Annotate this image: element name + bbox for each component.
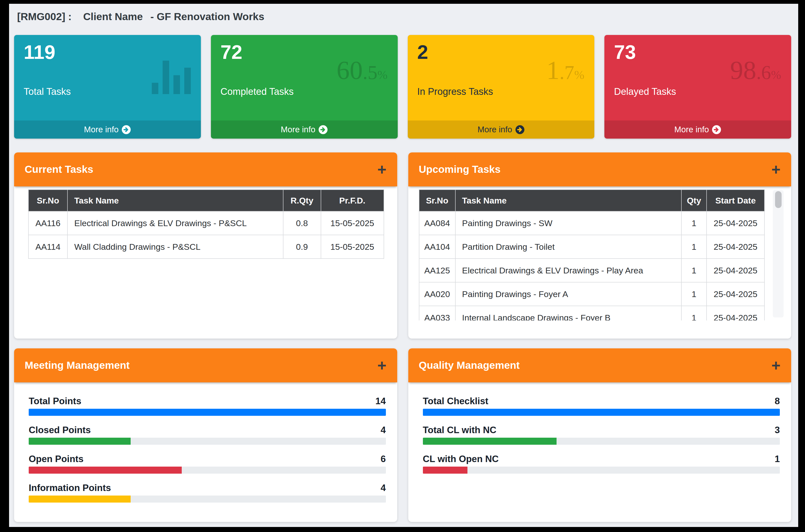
meeting-management-panel: Meeting Management + Total Points14Close… — [14, 348, 397, 522]
progress-label: Information Points — [29, 483, 111, 493]
dashboard-screen: [RMG002] : Client Name - GF Renovation W… — [9, 4, 798, 527]
progress-bar-fill — [29, 467, 182, 474]
arrow-circle-right-icon — [515, 125, 525, 134]
progress-value: 4 — [381, 483, 386, 493]
task-srno: AA020 — [419, 282, 455, 306]
task-date: 25-04-2025 — [707, 235, 765, 259]
task-qty: 1 — [681, 211, 707, 235]
task-name: Electrical Drawings & ELV Drawings - P&S… — [68, 211, 283, 235]
progress-group: CL with Open NC1 — [423, 454, 780, 474]
progress-bar-fill — [423, 409, 780, 416]
table-row: AA084Painting Drawings - SW125-04-2025 — [419, 211, 765, 235]
task-qty: 1 — [681, 282, 707, 306]
progress-group: Total CL with NC3 — [423, 425, 780, 445]
upcoming-tasks-table: Sr.NoTask NameQtyStart DateAA084Painting… — [419, 189, 765, 321]
progress-label: Total CL with NC — [423, 425, 497, 435]
progress-bar-track — [29, 496, 386, 502]
task-date: 15-05-2025 — [321, 235, 384, 259]
task-name: Electrical Drawings & ELV Drawings - Pla… — [455, 259, 681, 282]
progress-label: CL with Open NC — [423, 454, 499, 464]
progress-group: Information Points4 — [29, 483, 386, 502]
bar-chart-icon — [152, 60, 191, 94]
task-date: 15-05-2025 — [321, 211, 384, 235]
delayed-tasks-card: 73 Delayed Tasks 98.6% More info — [604, 35, 791, 138]
progress-bar-track — [423, 409, 780, 416]
task-qty: 1 — [681, 235, 707, 259]
meeting-management-header: Meeting Management + — [14, 348, 397, 382]
completed-tasks-card: 72 Completed Tasks 60.5% More info — [211, 35, 398, 138]
progress-bar-track — [423, 438, 780, 445]
column-header: Task Name — [68, 190, 283, 211]
progress-bar-track — [29, 409, 386, 416]
task-date: 25-04-2025 — [707, 282, 765, 306]
table-header-row: Sr.NoTask NameQtyStart Date — [419, 190, 765, 211]
task-date: 25-04-2025 — [707, 306, 765, 321]
task-srno: AA114 — [29, 235, 68, 259]
project-code: [RMG002] : — [17, 11, 72, 23]
quality-management-title: Quality Management — [419, 359, 520, 371]
column-header: Pr.F.D. — [321, 190, 384, 211]
progress-value: 6 — [381, 454, 386, 464]
client-name: Client Name — [83, 11, 143, 23]
task-name: Painting Drawings - SW — [455, 211, 681, 235]
progress-bar-track — [29, 467, 386, 474]
progress-bar-track — [423, 467, 780, 474]
completed-percent-watermark: 60.5% — [336, 57, 387, 83]
progress-label: Closed Points — [29, 425, 91, 435]
table-row: AA125Electrical Drawings & ELV Drawings … — [419, 259, 765, 282]
table-row: AA020Painting Drawings - Foyer A125-04-2… — [419, 282, 765, 306]
progress-group: Open Points6 — [29, 454, 386, 474]
total-tasks-card: 119 Total Tasks More info — [14, 35, 201, 138]
quality-management-header: Quality Management + — [408, 348, 791, 382]
add-upcoming-task-button[interactable]: + — [771, 162, 781, 177]
progress-value: 8 — [774, 396, 780, 406]
in-progress-percent-watermark: 1.7% — [547, 57, 584, 83]
more-info-link[interactable]: More info — [408, 120, 594, 138]
task-srno: AA033 — [419, 306, 455, 321]
current-tasks-panel: Current Tasks + Sr.NoTask NameR.QtyPr.F.… — [14, 152, 397, 339]
add-current-task-button[interactable]: + — [377, 162, 386, 177]
scrollbar-thumb[interactable] — [775, 191, 782, 208]
column-header: R.Qty — [283, 190, 321, 211]
task-qty: 1 — [681, 306, 707, 321]
add-meeting-button[interactable]: + — [377, 358, 386, 373]
stat-cards-row: 119 Total Tasks More info 72 Com — [14, 35, 791, 138]
progress-group: Total Checklist8 — [423, 396, 780, 416]
column-header: Sr.No — [29, 190, 68, 211]
arrow-circle-right-icon — [712, 125, 721, 134]
task-name: Partition Drawing - Toilet — [455, 235, 681, 259]
task-name: Wall Cladding Drawings - P&SCL — [68, 235, 283, 259]
column-header: Sr.No — [419, 190, 455, 211]
more-info-link[interactable]: More info — [604, 120, 791, 138]
task-name: Painting Drawings - Foyer A — [455, 282, 681, 306]
upcoming-tasks-header: Upcoming Tasks + — [408, 152, 791, 186]
task-srno: AA125 — [419, 259, 455, 282]
task-srno: AA116 — [29, 211, 68, 235]
task-date: 25-04-2025 — [707, 259, 765, 282]
column-header: Qty — [681, 190, 707, 211]
task-qty: 0.9 — [283, 235, 321, 259]
progress-bar-fill — [423, 467, 468, 474]
progress-label: Open Points — [29, 454, 84, 464]
progress-bar-fill — [29, 409, 386, 416]
meeting-management-title: Meeting Management — [25, 359, 130, 371]
upcoming-tasks-title: Upcoming Tasks — [419, 164, 501, 175]
in-progress-tasks-card: 2 In Progress Tasks 1.7% More info — [408, 35, 594, 138]
current-tasks-table: Sr.NoTask NameR.QtyPr.F.D.AA116Electrica… — [28, 189, 384, 259]
table-row: AA033Internal Landscape Drawings - Foyer… — [419, 306, 765, 321]
table-row: AA104Partition Drawing - Toilet125-04-20… — [419, 235, 765, 259]
progress-group: Closed Points4 — [29, 425, 386, 445]
current-tasks-title: Current Tasks — [25, 164, 93, 175]
scrollbar-track[interactable] — [773, 190, 784, 318]
progress-label: Total Checklist — [423, 396, 488, 406]
more-info-link[interactable]: More info — [211, 120, 398, 138]
add-quality-button[interactable]: + — [771, 358, 781, 373]
progress-value: 3 — [774, 425, 780, 435]
progress-bar-fill — [29, 438, 131, 445]
progress-value: 4 — [381, 425, 386, 435]
table-row: AA116Electrical Drawings & ELV Drawings … — [29, 211, 384, 235]
more-info-link[interactable]: More info — [14, 120, 201, 138]
progress-bar-fill — [29, 496, 131, 502]
quality-metrics: Total Checklist8Total CL with NC3CL with… — [408, 382, 791, 474]
delayed-tasks-label: Delayed Tasks — [614, 86, 782, 97]
